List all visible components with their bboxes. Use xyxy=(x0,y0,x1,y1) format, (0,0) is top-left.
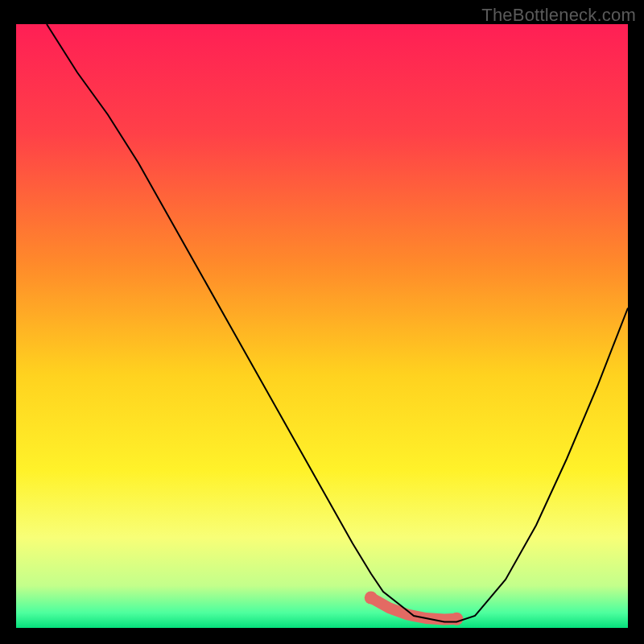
chart-svg xyxy=(16,24,628,628)
plot-area xyxy=(16,24,628,628)
svg-point-0 xyxy=(365,592,378,605)
watermark-text: TheBottleneck.com xyxy=(481,5,636,26)
chart-stage: TheBottleneck.com xyxy=(0,0,644,644)
svg-point-1 xyxy=(450,613,463,625)
